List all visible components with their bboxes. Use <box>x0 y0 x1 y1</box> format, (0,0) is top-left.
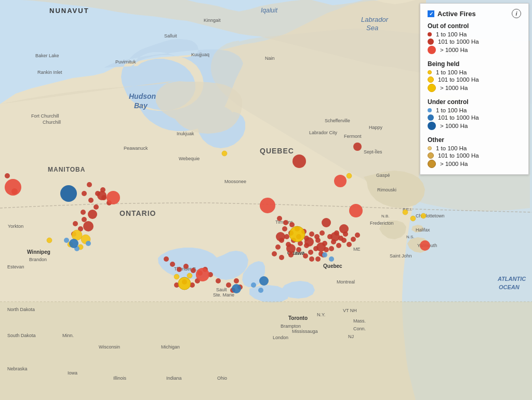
svg-point-174 <box>187 273 192 278</box>
svg-text:Illinois: Illinois <box>113 376 127 381</box>
svg-point-155 <box>322 218 331 227</box>
svg-text:Fermont: Fermont <box>344 134 362 139</box>
dot-ooc-small <box>428 32 432 36</box>
label-uc-med: 101 to 1000 Ha <box>438 114 479 121</box>
svg-point-168 <box>353 143 362 151</box>
svg-text:Webequie: Webequie <box>179 156 200 161</box>
svg-point-156 <box>304 237 314 247</box>
svg-point-176 <box>403 210 408 215</box>
svg-point-94 <box>170 262 175 267</box>
legend-item-ooc-small: 1 to 100 Ha <box>428 31 521 37</box>
svg-text:Gaspé: Gaspé <box>376 173 390 178</box>
svg-point-149 <box>336 243 341 248</box>
svg-point-162 <box>260 198 275 213</box>
svg-text:Halifax: Halifax <box>416 227 430 233</box>
svg-point-113 <box>282 226 287 231</box>
dot-oth-med <box>428 152 434 159</box>
legend-item-oth-med: 101 to 1000 Ha <box>428 152 521 159</box>
svg-point-175 <box>347 173 352 178</box>
svg-point-152 <box>351 237 356 242</box>
svg-text:Rimouski: Rimouski <box>377 187 396 192</box>
svg-text:Iqaluit: Iqaluit <box>261 7 278 14</box>
svg-text:Kuujjuaq: Kuujjuaq <box>191 52 209 57</box>
svg-text:Quebec: Quebec <box>323 263 342 269</box>
label-oth-large: > 1000 Ha <box>440 161 468 167</box>
svg-text:Fredericton: Fredericton <box>370 221 394 226</box>
dot-uc-med <box>428 114 434 121</box>
svg-point-85 <box>82 217 87 222</box>
svg-point-119 <box>309 231 314 237</box>
svg-point-161 <box>339 224 349 234</box>
svg-point-150 <box>341 238 347 243</box>
dot-ooc-large <box>428 46 436 54</box>
svg-text:Schefferville: Schefferville <box>325 118 350 123</box>
svg-text:QUEBEC: QUEBEC <box>260 147 294 155</box>
svg-text:OCEAN: OCEAN <box>499 284 520 290</box>
svg-point-179 <box>72 230 82 240</box>
svg-text:Brandon: Brandon <box>29 257 47 262</box>
legend-item-uc-small: 1 to 100 Ha <box>428 107 521 113</box>
svg-point-184 <box>64 238 69 243</box>
svg-point-95 <box>177 267 182 272</box>
legend-item-uc-large: > 1000 Ha <box>428 122 521 130</box>
svg-text:Nain: Nain <box>265 56 275 61</box>
svg-point-96 <box>183 264 189 269</box>
info-label: i <box>515 10 517 17</box>
svg-text:Mississauga: Mississauga <box>292 329 318 334</box>
label-oth-med: 101 to 1000 Ha <box>438 152 479 159</box>
dot-uc-small <box>428 108 432 112</box>
svg-point-111 <box>283 220 288 225</box>
svg-point-143 <box>296 247 301 252</box>
svg-text:Wisconsin: Wisconsin <box>99 344 120 350</box>
legend-info-icon[interactable]: i <box>512 9 521 18</box>
legend-title: Active Fires <box>437 10 476 18</box>
svg-point-107 <box>234 278 239 283</box>
svg-text:Charlottetown: Charlottetown <box>416 213 445 218</box>
dot-uc-large <box>428 122 436 130</box>
svg-text:ME: ME <box>353 247 361 252</box>
svg-text:MANITOBA: MANITOBA <box>48 166 85 173</box>
svg-text:Brampton: Brampton <box>281 324 301 329</box>
label-bh-small: 1 to 100 Ha <box>436 69 467 75</box>
svg-text:Ste. Marie: Ste. Marie <box>213 292 234 298</box>
svg-point-122 <box>315 238 321 243</box>
svg-point-163 <box>107 191 120 204</box>
svg-point-140 <box>272 251 277 256</box>
legend-item-oth-large: > 1000 Ha <box>428 160 521 168</box>
svg-point-106 <box>226 282 231 288</box>
label-bh-med: 101 to 1000 Ha <box>438 76 479 83</box>
svg-text:Winnipeg: Winnipeg <box>27 249 50 255</box>
svg-text:Saint John: Saint John <box>390 253 412 259</box>
svg-text:South Dakota: South Dakota <box>7 333 36 338</box>
section-title-under-control: Under control <box>428 98 521 106</box>
svg-point-173 <box>174 274 179 279</box>
svg-point-159 <box>316 242 326 252</box>
label-ooc-small: 1 to 100 Ha <box>436 31 467 37</box>
svg-point-76 <box>82 191 87 196</box>
legend-item-bh-small: 1 to 100 Ha <box>428 69 521 75</box>
svg-text:ATLANTIC: ATLANTIC <box>497 276 526 282</box>
svg-text:Minn.: Minn. <box>62 333 74 338</box>
svg-text:Ohio: Ohio <box>217 376 227 381</box>
svg-text:Indiana: Indiana <box>166 376 182 381</box>
svg-point-132 <box>308 250 313 255</box>
svg-point-121 <box>320 230 325 236</box>
svg-text:Sault: Sault <box>216 287 227 292</box>
svg-point-146 <box>315 256 321 262</box>
svg-text:Churchill: Churchill <box>43 120 61 125</box>
legend-checkbox[interactable]: ✓ <box>428 10 434 17</box>
svg-point-178 <box>421 213 426 218</box>
svg-text:Bay: Bay <box>134 101 148 110</box>
svg-text:VT NH: VT NH <box>343 308 357 313</box>
svg-point-170 <box>47 238 52 243</box>
svg-text:Kinngait: Kinngait <box>204 18 221 23</box>
legend-item-oth-small: 1 to 100 Ha <box>428 145 521 151</box>
svg-point-166 <box>349 204 363 217</box>
svg-text:North Dakota: North Dakota <box>7 307 35 312</box>
svg-point-82 <box>87 182 92 187</box>
svg-text:Yorkton: Yorkton <box>8 224 23 229</box>
svg-point-91 <box>83 221 94 231</box>
svg-point-160 <box>330 232 340 241</box>
svg-text:ONTARIO: ONTARIO <box>119 209 156 217</box>
svg-point-151 <box>347 242 352 247</box>
